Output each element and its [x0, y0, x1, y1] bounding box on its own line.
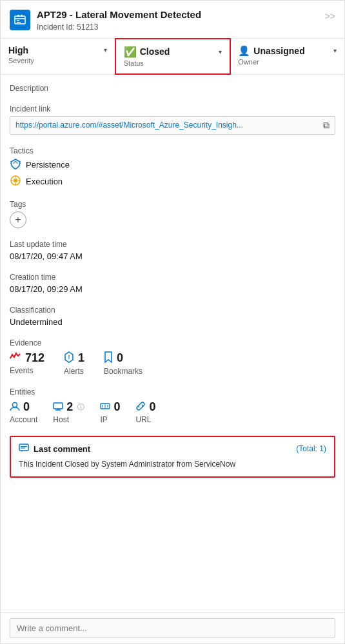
- svg-point-7: [14, 179, 17, 182]
- svg-rect-14: [54, 403, 63, 409]
- url-count: 0: [149, 400, 155, 414]
- tactics-label: Tactics: [10, 146, 335, 155]
- copy-icon[interactable]: ⧉: [323, 120, 330, 131]
- last-update-section: Last update time 08/17/20, 09:47 AM: [10, 240, 335, 261]
- owner-dropdown[interactable]: 👤 Unassigned ▾ Owner: [230, 39, 344, 74]
- host-count: 2: [66, 400, 73, 414]
- host-icon: [53, 401, 63, 413]
- events-icon: [10, 352, 21, 364]
- evidence-events[interactable]: 712 Events: [10, 351, 44, 376]
- svg-rect-2: [21, 15, 23, 17]
- tactics-section: Tactics Persistence: [10, 146, 335, 188]
- classification-value: Undetermined: [10, 317, 335, 327]
- status-dropdown[interactable]: ✅ Closed ▾ Status: [115, 38, 232, 75]
- description-section: Description: [10, 84, 335, 93]
- comment-body: This Incident Closed by System Administr…: [19, 458, 326, 470]
- ip-label: IP: [100, 415, 107, 424]
- host-info-icon: ⓘ: [77, 402, 84, 412]
- creation-time-section: Creation time 08/17/20, 09:29 AM: [10, 273, 335, 294]
- comment-header: Last comment (Total: 1): [19, 444, 326, 454]
- svg-rect-23: [19, 444, 28, 451]
- ip-count: 0: [113, 400, 120, 414]
- ip-icon: [100, 401, 110, 413]
- last-update-value: 08/17/20, 09:47 AM: [10, 251, 335, 261]
- bookmarks-count: 0: [117, 351, 123, 365]
- alerts-count: 1: [78, 351, 84, 365]
- url-label: URL: [135, 415, 151, 424]
- creation-time-label: Creation time: [10, 273, 335, 282]
- incident-icon: [10, 10, 30, 30]
- incident-title: APT29 - Lateral Movement Detected: [37, 8, 319, 21]
- persistence-label: Persistence: [26, 160, 70, 170]
- entity-ip[interactable]: 0 IP: [100, 400, 120, 424]
- severity-label: High: [8, 45, 28, 55]
- bookmarks-label: Bookmarks: [104, 367, 143, 376]
- svg-point-13: [13, 402, 17, 407]
- creation-time-value: 08/17/20, 09:29 AM: [10, 284, 335, 294]
- incident-link-url: https://portal.azure.com/#asset/Microsof…: [15, 121, 319, 130]
- severity-sub: Severity: [8, 57, 107, 64]
- svg-rect-5: [17, 22, 21, 23]
- content-area: Description Incident link https://portal…: [1, 75, 344, 613]
- entity-host[interactable]: 2 ⓘ Host: [53, 400, 84, 424]
- comment-total: (Total: 1): [296, 444, 326, 453]
- host-label: Host: [53, 415, 69, 424]
- comment-icon: [19, 444, 29, 454]
- alerts-label: Alerts: [64, 367, 84, 376]
- status-chevron-icon: ▾: [219, 48, 222, 55]
- owner-chevron-icon: ▾: [333, 47, 337, 54]
- tactic-execution: Execution: [10, 175, 335, 188]
- account-count: 0: [23, 400, 30, 414]
- comment-title: Last comment: [34, 444, 90, 454]
- last-update-label: Last update time: [10, 240, 335, 249]
- tags-label: Tags: [10, 200, 335, 209]
- svg-rect-1: [17, 15, 19, 17]
- events-count: 712: [25, 351, 44, 365]
- owner-sub: Owner: [238, 58, 337, 66]
- incident-id: Incident Id: 51213: [37, 23, 319, 32]
- entity-account[interactable]: 0 Account: [10, 400, 37, 424]
- incident-link-box[interactable]: https://portal.azure.com/#asset/Microsof…: [10, 116, 335, 135]
- closed-checkmark-icon: ✅: [124, 46, 137, 58]
- severity-dropdown[interactable]: High ▾ Severity: [1, 39, 115, 74]
- evidence-label: Evidence: [10, 338, 335, 347]
- account-label: Account: [10, 415, 37, 424]
- alerts-icon: !: [64, 351, 74, 366]
- owner-label: Unassigned: [253, 46, 304, 56]
- incident-link-section: Incident link https://portal.azure.com/#…: [10, 104, 335, 135]
- expand-icon[interactable]: >>: [325, 11, 335, 21]
- svg-text:!: !: [68, 354, 70, 360]
- header-text: APT29 - Lateral Movement Detected Incide…: [37, 8, 319, 32]
- status-sub: Status: [124, 59, 222, 67]
- comment-title-row: Last comment: [19, 444, 90, 454]
- status-label: Closed: [140, 46, 170, 57]
- status-bar: High ▾ Severity ✅ Closed ▾ Status 👤 Unas…: [1, 39, 344, 75]
- entities-label: Entities: [10, 387, 335, 396]
- evidence-bookmarks[interactable]: 0 Bookmarks: [104, 351, 143, 376]
- tactic-persistence: Persistence: [10, 158, 335, 171]
- entities-row: 0 Account 2: [10, 400, 335, 424]
- classification-label: Classification: [10, 306, 335, 315]
- classification-section: Classification Undetermined: [10, 306, 335, 327]
- evidence-row: 712 Events ! 1 Aler: [10, 351, 335, 376]
- incident-link-label: Incident link: [10, 104, 335, 113]
- description-label: Description: [10, 84, 335, 93]
- incident-header: APT29 - Lateral Movement Detected Incide…: [1, 1, 344, 39]
- write-comment-bar: [1, 612, 344, 643]
- evidence-alerts[interactable]: ! 1 Alerts: [64, 351, 84, 376]
- incident-panel: APT29 - Lateral Movement Detected Incide…: [0, 0, 345, 644]
- write-comment-input[interactable]: [10, 618, 335, 638]
- tags-section: Tags +: [10, 200, 335, 228]
- user-icon: 👤: [238, 45, 250, 57]
- evidence-section: Evidence 712 Events: [10, 338, 335, 376]
- execution-label: Execution: [26, 177, 63, 186]
- url-icon: [135, 401, 146, 413]
- last-comment-box: Last comment (Total: 1) This Incident Cl…: [10, 436, 335, 478]
- add-tag-button[interactable]: +: [10, 211, 26, 228]
- entity-url[interactable]: 0 URL: [135, 400, 155, 424]
- account-icon: [10, 401, 20, 413]
- svg-rect-4: [17, 20, 19, 21]
- entities-section: Entities 0 Account: [10, 387, 335, 424]
- execution-icon: [10, 175, 21, 188]
- bookmarks-icon: [104, 351, 113, 366]
